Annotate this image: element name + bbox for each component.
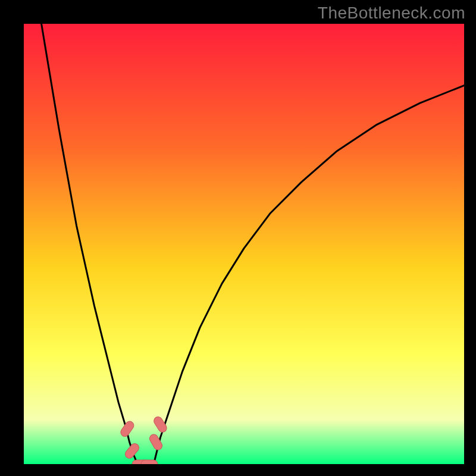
- gradient-background: [24, 24, 464, 464]
- svg-rect-3: [141, 460, 158, 464]
- valley-marker: [141, 460, 158, 464]
- bottleneck-chart: [24, 24, 464, 464]
- watermark-text: TheBottleneck.com: [318, 4, 465, 23]
- plot-area: [24, 24, 464, 464]
- chart-frame: TheBottleneck.com: [0, 0, 476, 476]
